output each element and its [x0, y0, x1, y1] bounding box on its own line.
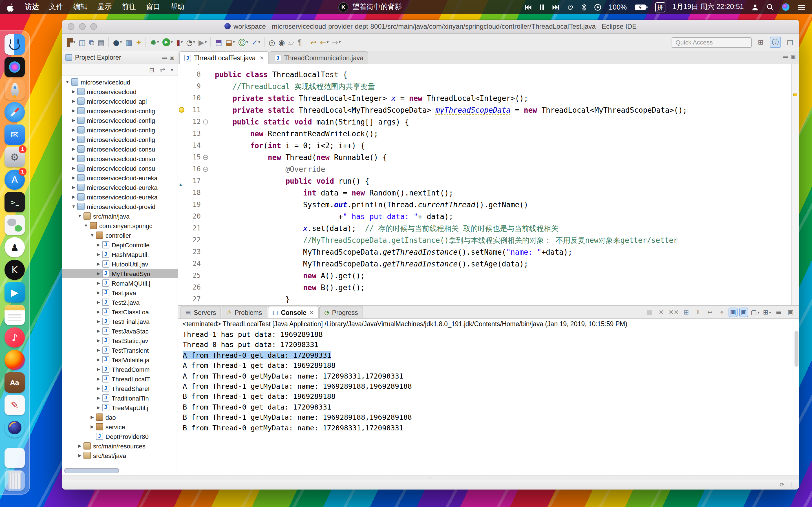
expand-arrow[interactable]: ▶	[70, 108, 77, 113]
tree-item-microservicecloud-eureka[interactable]: ▶microservicecloud-eureka	[62, 182, 177, 192]
kugou-music-icon[interactable]: K	[4, 260, 25, 280]
safari-icon[interactable]	[4, 102, 25, 122]
open-type-icon[interactable]: ◎	[267, 36, 276, 48]
expand-arrow[interactable]: ▼	[83, 223, 89, 228]
app-store-icon[interactable]: A1	[4, 170, 25, 190]
project-tree[interactable]: ▼microservicecloud▶microservicecloud▶mic…	[62, 76, 177, 475]
tree-item-microservicecloud-eureka[interactable]: ▶microservicecloud-eureka	[62, 192, 177, 202]
terminal-icon[interactable]: >_	[4, 192, 25, 212]
fold-marker-icon[interactable]: −	[203, 167, 208, 172]
downloads-folder-icon[interactable]	[4, 448, 25, 468]
expand-arrow[interactable]: ▼	[64, 79, 70, 84]
open-perspective-icon[interactable]: ⊞	[755, 37, 766, 48]
tree-item-microservicecloud-consu[interactable]: ▶microservicecloud-consu	[62, 154, 177, 163]
forward-icon[interactable]: →▾	[331, 36, 342, 48]
tree-item-microservicecloud-config[interactable]: ▶microservicecloud-config	[62, 135, 177, 144]
tree-item-teststatic-jav[interactable]: ▶JTestStatic.jav	[62, 336, 177, 345]
tree-item-threadsharei[interactable]: ▶JThreadShareI	[62, 384, 177, 393]
terminate-icon[interactable]: ■	[644, 307, 654, 317]
coverage-icon[interactable]: ▮▾	[175, 36, 184, 48]
tree-item-romamqutil-j[interactable]: ▶JRomaMQUtil.j	[62, 278, 177, 288]
apple-menu-icon[interactable]	[7, 3, 15, 11]
tree-item-testclassloa[interactable]: ▶JTestClassLoa	[62, 307, 177, 317]
overview-ruler[interactable]	[791, 64, 799, 305]
console-tab-problems[interactable]: ⚠Problems	[221, 306, 267, 318]
menu-item-[interactable]: 文件	[49, 2, 63, 12]
menu-item-[interactable]: 窗口	[146, 2, 160, 12]
minimize-editor-icon[interactable]: ▬	[783, 54, 788, 59]
menu-item-[interactable]: 显示	[98, 2, 112, 12]
menu-item-[interactable]: 编辑	[73, 2, 87, 12]
tree-item-src-test-java[interactable]: ▶src/test/java	[62, 451, 177, 460]
expand-arrow[interactable]: ▶	[95, 405, 101, 410]
mail-icon[interactable]: ✉	[4, 124, 25, 145]
text-editor-icon[interactable]: ✎	[4, 395, 25, 415]
maximize-view-icon[interactable]: ▣	[169, 55, 174, 60]
tree-item-microservicecloud-consu[interactable]: ▶microservicecloud-consu	[62, 163, 177, 173]
firefox-icon[interactable]	[4, 350, 25, 370]
link-with-editor-icon[interactable]: ⇄	[160, 66, 165, 73]
progress-indicator-icon[interactable]: ⟳	[779, 482, 784, 488]
expand-arrow[interactable]: ▶	[95, 328, 101, 334]
tree-item-testfinal-java[interactable]: ▶JTestFinal.java	[62, 317, 177, 326]
print-icon[interactable]: ▤	[96, 36, 106, 48]
save-all-icon[interactable]: ⧉	[88, 36, 96, 48]
code-editor[interactable]: 78public class ThreadLocalTest {9 //Thre…	[178, 64, 799, 305]
menu-bar-clock[interactable]: 1月19日 周六 22:20:51	[672, 2, 744, 12]
tree-item-deptcontrolle[interactable]: ▶JDeptControlle	[62, 240, 177, 249]
clear-console-icon[interactable]: ⊞	[681, 307, 691, 317]
remote-monitor-icon[interactable]: ▥	[124, 36, 134, 48]
expand-arrow[interactable]: ▶	[70, 185, 77, 190]
tree-item-microservicecloud[interactable]: ▶microservicecloud	[62, 87, 177, 96]
video-player-icon[interactable]: ▶	[4, 282, 25, 302]
new-wizard-icon[interactable]: ▛▾	[66, 36, 77, 48]
close-tab-icon[interactable]: ✕	[309, 309, 313, 315]
fold-marker-icon[interactable]: −	[203, 119, 208, 124]
expand-arrow[interactable]: ▼	[70, 204, 77, 209]
status-menu-icon[interactable]: ⋮	[789, 482, 795, 488]
maximize-icon[interactable]: ▣	[785, 307, 796, 317]
expand-arrow[interactable]: ▶	[95, 357, 101, 362]
tree-item-microservicecloud-config[interactable]: ▶microservicecloud-config	[62, 106, 177, 115]
window-titlebar[interactable]: workspace - microservicecloud-provider-d…	[62, 20, 799, 34]
trash-icon[interactable]	[4, 470, 25, 491]
tree-item-deptprovider80[interactable]: JDeptProvider80	[62, 432, 177, 441]
tree-item-threadcomm[interactable]: ▶JThreadComm	[62, 364, 177, 374]
scroll-lock-icon[interactable]: ⇩	[693, 307, 703, 317]
java-perspective-icon[interactable]: ◫	[784, 37, 796, 48]
dictionary-icon[interactable]: Aa	[4, 372, 25, 393]
tree-item-threadlocalt[interactable]: ▶JThreadLocalT	[62, 374, 177, 384]
system-preferences-icon[interactable]: ⚙1	[4, 147, 25, 167]
console-output[interactable]: Thread-1 has put data: 1969289188Thread-…	[178, 328, 799, 475]
remove-launch-icon[interactable]: ✕	[656, 307, 666, 317]
spotlight-search-icon[interactable]	[766, 3, 774, 11]
pin-console-icon[interactable]: ⌖	[717, 307, 727, 317]
expand-arrow[interactable]: ▶	[95, 242, 101, 247]
expand-arrow[interactable]: ▶	[70, 156, 77, 161]
tree-item-microservicecloud-provid[interactable]: ▼microservicecloud-provid	[62, 202, 177, 211]
tree-item-microservicecloud-api[interactable]: ▶microservicecloud-api	[62, 96, 177, 106]
expand-arrow[interactable]: ▶	[95, 281, 101, 286]
console-scrollbar[interactable]	[795, 331, 799, 367]
view-menu-icon[interactable]: ▾	[171, 67, 173, 72]
expand-arrow[interactable]: ▶	[95, 395, 101, 400]
tree-item-service[interactable]: ▶service	[62, 422, 177, 432]
open-console-icon[interactable]: ⊞▾	[762, 307, 772, 317]
expand-arrow[interactable]: ▶	[70, 166, 77, 171]
sash-handle[interactable]: ⋯	[62, 475, 799, 479]
new-package-icon[interactable]: ⬓▾	[224, 36, 236, 48]
expand-arrow[interactable]: ▶	[95, 271, 101, 276]
expand-arrow[interactable]: ▶	[95, 290, 101, 295]
tree-item-microservicecloud-config[interactable]: ▶microservicecloud-config	[62, 115, 177, 125]
tree-item-testvolatile-ja[interactable]: ▶JTestVolatile.ja	[62, 355, 177, 364]
remove-all-launches-icon[interactable]: ✕✕	[668, 307, 679, 317]
expand-arrow[interactable]: ▶	[70, 147, 77, 152]
expand-arrow[interactable]: ▼	[89, 233, 95, 238]
next-track-icon[interactable]	[552, 4, 559, 10]
warning-bulb-icon[interactable]	[179, 107, 185, 113]
tree-item-testjavastac[interactable]: ▶JTestJavaStac	[62, 326, 177, 336]
expand-arrow[interactable]: ▶	[95, 386, 101, 391]
expand-arrow[interactable]: ▶	[95, 338, 101, 343]
last-edit-location-icon[interactable]: ↩	[309, 36, 318, 48]
project-explorer-header[interactable]: Project Explorer ▬ ▣	[62, 51, 177, 64]
